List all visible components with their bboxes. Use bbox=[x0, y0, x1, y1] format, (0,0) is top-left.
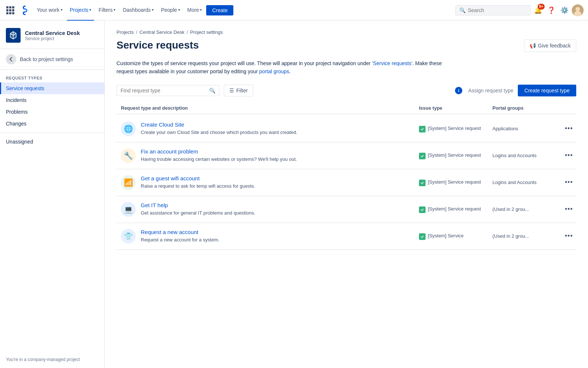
row-actions-menu[interactable]: ••• bbox=[562, 205, 576, 213]
row-actions-menu[interactable]: ••• bbox=[562, 178, 576, 186]
nav-dashboards[interactable]: Dashboards ▾ bbox=[120, 0, 157, 21]
project-icon bbox=[6, 28, 21, 43]
row-desc: Get assistance for general IT problems a… bbox=[141, 210, 255, 216]
row-main-4: 👕 Request a new account Request a new ac… bbox=[116, 229, 415, 244]
topnav-icons: 🔔 9+ ❓ ⚙️ bbox=[532, 4, 584, 16]
row-main-2: 📶 Get a guest wifi account Raise a reque… bbox=[116, 175, 415, 190]
row-main-0: 🌐 Create Cloud Site Create your own Clou… bbox=[116, 121, 415, 136]
chevron-down-icon: ▾ bbox=[114, 8, 115, 12]
give-feedback-button[interactable]: 📢 Give feedback bbox=[524, 39, 577, 52]
issue-label: [System] Service request bbox=[428, 125, 481, 132]
col-portal-groups: Portal groups bbox=[488, 105, 562, 111]
svg-rect-3 bbox=[420, 127, 424, 131]
chevron-down-icon: ▾ bbox=[89, 8, 91, 12]
sidebar-item-incidents[interactable]: Incidents bbox=[0, 94, 104, 106]
col-issue-type: Issue type bbox=[415, 105, 488, 111]
portal-groups-link[interactable]: portal groups bbox=[259, 68, 289, 74]
table-row: 💻 Get IT help Get assistance for general… bbox=[116, 196, 576, 223]
create-request-type-button[interactable]: Create request type bbox=[518, 85, 576, 96]
issue-type-icon bbox=[419, 180, 426, 186]
service-requests-link[interactable]: 'Service requests' bbox=[372, 60, 412, 66]
app-body: Central Service Desk Service project Bac… bbox=[0, 21, 588, 368]
breadcrumb: Projects / Central Service Desk / Projec… bbox=[116, 29, 576, 35]
assign-request-type-btn[interactable]: Assign request type bbox=[468, 88, 513, 93]
row-main-3: 💻 Get IT help Get assistance for general… bbox=[116, 202, 415, 217]
row-portal-groups: (Used in 2 grou... bbox=[488, 206, 562, 212]
grid-menu-btn[interactable] bbox=[4, 4, 16, 16]
svg-rect-5 bbox=[420, 181, 424, 185]
svg-point-1 bbox=[576, 7, 580, 11]
col-request-type: Request type and description bbox=[116, 105, 415, 111]
find-request-type-input[interactable] bbox=[121, 88, 207, 93]
row-actions-menu[interactable]: ••• bbox=[562, 232, 576, 240]
gear-icon: ⚙️ bbox=[560, 6, 569, 14]
request-type-search[interactable]: 🔍 bbox=[116, 85, 219, 96]
help-button[interactable]: ❓ bbox=[545, 4, 557, 16]
info-icon[interactable]: i bbox=[455, 87, 462, 94]
help-icon: ❓ bbox=[547, 6, 555, 14]
row-title[interactable]: Request a new account bbox=[141, 229, 219, 235]
filter-icon: ☰ bbox=[229, 88, 234, 93]
chevron-down-icon: ▾ bbox=[200, 8, 202, 12]
global-search[interactable]: 🔍 bbox=[455, 5, 531, 15]
chevron-down-icon: ▾ bbox=[152, 8, 154, 12]
sidebar-item-unassigned[interactable]: Unassigned bbox=[0, 136, 104, 148]
filter-button[interactable]: ☰ Filter bbox=[224, 85, 253, 96]
row-actions-menu[interactable]: ••• bbox=[562, 152, 576, 159]
create-button[interactable]: Create bbox=[206, 5, 233, 15]
sidebar-item-service-requests[interactable]: Service requests bbox=[0, 82, 104, 94]
nav-more[interactable]: More ▾ bbox=[184, 0, 205, 21]
row-title[interactable]: Fix an account problem bbox=[141, 148, 297, 155]
sidebar-item-problems[interactable]: Problems bbox=[0, 106, 104, 118]
row-type-icon: 📶 bbox=[121, 175, 136, 190]
notifications-button[interactable]: 🔔 9+ bbox=[532, 4, 544, 16]
project-name: Central Service Desk bbox=[25, 30, 80, 36]
row-issue-type: [System] Service request bbox=[415, 152, 488, 159]
main-content: Projects / Central Service Desk / Projec… bbox=[105, 21, 588, 368]
row-portal-groups: Logins and Accounts bbox=[488, 153, 562, 158]
breadcrumb-projects[interactable]: Projects bbox=[116, 29, 134, 35]
nav-your-work[interactable]: Your work ▾ bbox=[34, 0, 65, 21]
grid-icon bbox=[6, 6, 14, 14]
avatar[interactable] bbox=[572, 4, 584, 16]
table-row: 👕 Request a new account Request a new ac… bbox=[116, 223, 576, 250]
issue-label: [System] Service request bbox=[428, 206, 481, 212]
issue-type-icon bbox=[419, 233, 426, 240]
sidebar-item-changes[interactable]: Changes bbox=[0, 118, 104, 130]
row-desc: Request a new account for a system. bbox=[141, 237, 219, 243]
row-title[interactable]: Get a guest wifi account bbox=[141, 175, 255, 181]
chevron-down-icon: ▾ bbox=[61, 8, 62, 12]
ellipsis-icon: ••• bbox=[565, 152, 573, 159]
row-title[interactable]: Create Cloud Site bbox=[141, 121, 297, 128]
table-row: 📶 Get a guest wifi account Raise a reque… bbox=[116, 169, 576, 196]
row-desc: Raise a request to ask for temp wifi acc… bbox=[141, 183, 255, 190]
nav-people[interactable]: People ▾ bbox=[158, 0, 183, 21]
breadcrumb-project[interactable]: Central Service Desk bbox=[140, 29, 184, 35]
page-description: Customize the types of service requests … bbox=[116, 59, 447, 76]
issue-label: [System] Service request bbox=[428, 179, 481, 185]
issue-type-icon bbox=[419, 206, 426, 213]
row-desc: Having trouble accessing certain website… bbox=[141, 156, 297, 163]
svg-rect-7 bbox=[420, 234, 424, 239]
row-type-icon: 👕 bbox=[121, 229, 136, 244]
search-icon: 🔍 bbox=[459, 7, 466, 13]
settings-button[interactable]: ⚙️ bbox=[559, 4, 570, 16]
ellipsis-icon: ••• bbox=[565, 125, 573, 132]
breadcrumb-current: Project settings bbox=[190, 29, 223, 35]
back-to-project-settings[interactable]: Back to project settings bbox=[0, 49, 104, 70]
row-issue-type: [System] Service request bbox=[415, 179, 488, 186]
ellipsis-icon: ••• bbox=[565, 232, 573, 240]
search-input[interactable] bbox=[468, 7, 527, 13]
toolbar: 🔍 ☰ Filter i Assign request type Create … bbox=[116, 85, 576, 96]
issue-label: [System] Service bbox=[428, 233, 464, 239]
nav-projects[interactable]: Projects ▾ bbox=[67, 0, 94, 21]
svg-rect-6 bbox=[420, 208, 424, 212]
row-actions-menu[interactable]: ••• bbox=[562, 125, 576, 132]
nav-filters[interactable]: Filters ▾ bbox=[96, 0, 118, 21]
row-title[interactable]: Get IT help bbox=[141, 202, 255, 208]
svg-rect-4 bbox=[420, 154, 424, 158]
notification-badge: 9+ bbox=[538, 4, 545, 10]
topnav: Your work ▾ Projects ▾ Filters ▾ Dashboa… bbox=[0, 0, 588, 21]
logo[interactable] bbox=[19, 4, 31, 16]
page-header: Service requests 📢 Give feedback bbox=[116, 39, 576, 52]
